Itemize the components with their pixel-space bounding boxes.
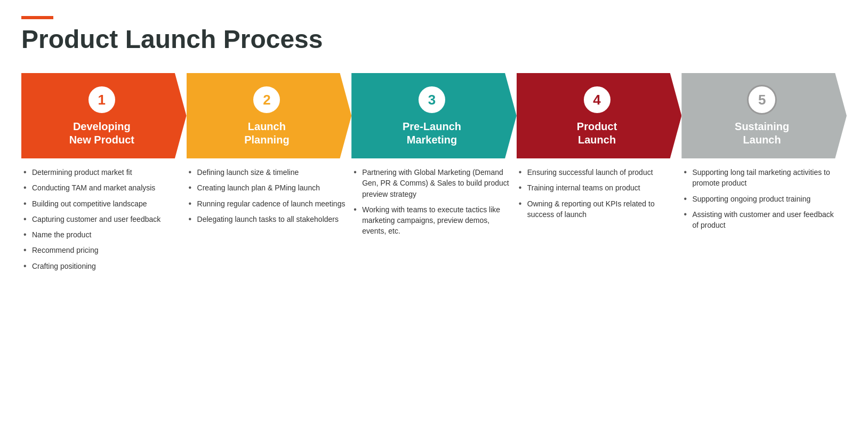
step-4-bullets: Ensuring successful launch of productTra… (517, 158, 682, 225)
step-4-number: 4 (582, 85, 612, 115)
step-3-wrapper: 3Pre-LaunchMarketingPartnering with Glob… (351, 73, 517, 242)
step-1-bullet-5: Name the product (23, 229, 160, 240)
step-4-bullet-2: Training internal teams on product (519, 182, 677, 193)
step-2-bullet-2: Creating launch plan & PMing launch (189, 182, 345, 193)
step-1-bullet-4: Capturing customer and user feedback (23, 214, 160, 225)
step-1-bullet-3: Building out competitive landscape (23, 198, 160, 209)
step-2-label: LaunchPlanning (244, 120, 289, 147)
step-1-bullet-1: Determining product market fit (23, 167, 160, 178)
step-5-bullet-2: Supporting ongoing product training (684, 194, 841, 204)
step-3-bullet-2: Working with teams to execute tactics li… (353, 204, 511, 237)
step-5-bullet-3: Assisting with customer and user feedbac… (684, 209, 841, 231)
step-5-wrapper: 5SustainingLaunchSupporting long tail ma… (681, 73, 847, 235)
step-4-bullet-1: Ensuring successful launch of product (519, 167, 677, 178)
step-4-arrow: 4ProductLaunch (517, 73, 682, 158)
step-3-label: Pre-LaunchMarketing (403, 120, 461, 147)
step-1-bullet-2: Conducting TAM and market analysis (23, 182, 160, 193)
page-title: Product Launch Process (21, 25, 847, 54)
step-3-arrow: 3Pre-LaunchMarketing (351, 73, 517, 158)
step-2-bullet-3: Running regular cadence of launch meetin… (189, 198, 345, 209)
step-2-wrapper: 2LaunchPlanningDefining launch size & ti… (187, 73, 352, 229)
step-5-bullets: Supporting long tail marketing activitie… (681, 158, 847, 235)
step-3-bullet-1: Partnering with Global Marketing (Demand… (353, 167, 511, 199)
accent-bar (21, 16, 53, 19)
step-4-wrapper: 4ProductLaunchEnsuring successful launch… (517, 73, 682, 225)
step-2-bullet-1: Defining launch size & timeline (189, 167, 345, 178)
step-1-bullets: Determining product market fitConducting… (21, 158, 166, 276)
step-1-bullet-6: Recommend pricing (23, 245, 160, 255)
step-5-bullet-1: Supporting long tail marketing activitie… (684, 167, 841, 189)
step-2-bullets: Defining launch size & timelineCreating … (187, 158, 351, 229)
step-2-bullet-4: Delegating launch tasks to all stakehold… (189, 214, 345, 225)
step-1-label: DevelopingNew Product (69, 120, 134, 147)
step-5-arrow: 5SustainingLaunch (681, 73, 847, 158)
step-1-wrapper: 1DevelopingNew ProductDetermining produc… (21, 73, 187, 276)
process-container: 1DevelopingNew ProductDetermining produc… (21, 73, 847, 276)
step-5-number: 5 (747, 85, 777, 115)
step-5-label: SustainingLaunch (735, 120, 789, 147)
step-2-number: 2 (252, 85, 282, 115)
step-4-label: ProductLaunch (577, 120, 617, 147)
step-3-number: 3 (417, 85, 447, 115)
step-1-number: 1 (87, 85, 117, 115)
step-2-arrow: 2LaunchPlanning (187, 73, 352, 158)
step-1-arrow: 1DevelopingNew Product (21, 73, 187, 158)
step-4-bullet-3: Owning & reporting out KPIs related to s… (519, 198, 677, 220)
step-3-bullets: Partnering with Global Marketing (Demand… (351, 158, 517, 242)
step-1-bullet-7: Crafting positioning (23, 261, 160, 271)
